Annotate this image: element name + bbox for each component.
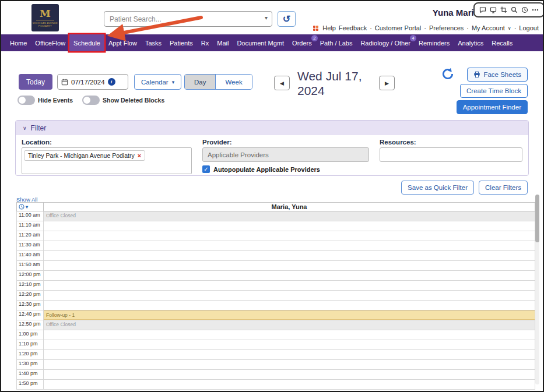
my-account-caret-icon[interactable]: ∨ — [508, 26, 511, 31]
info-icon[interactable]: i — [108, 78, 115, 86]
monitor-icon[interactable] — [490, 6, 497, 13]
filter-header[interactable]: ∨ Filter — [16, 121, 528, 135]
day-view-button[interactable]: Day — [185, 75, 216, 89]
show-deleted-blocks-toggle[interactable]: Show Deleted Blocks — [82, 96, 164, 105]
scrollbar[interactable] — [535, 195, 539, 384]
schedule-row: 11:00 amOffice Closed — [17, 211, 535, 221]
nav-item-analytics[interactable]: Analytics — [454, 34, 487, 51]
chat-icon[interactable] — [479, 6, 486, 13]
scrollbar-thumb[interactable] — [535, 195, 539, 242]
resources-label: Resources: — [380, 139, 522, 146]
nav-item-path-labs[interactable]: Path / Labs — [316, 34, 357, 51]
schedule-slot[interactable] — [44, 291, 535, 301]
schedule-row: 1:50 pm — [17, 380, 535, 390]
whats-new-icon[interactable] — [313, 26, 318, 31]
today-button[interactable]: Today — [19, 74, 52, 90]
schedule-slot[interactable] — [44, 241, 535, 251]
autopopulate-checkbox-row[interactable]: ✓ Autopopulate Applicable Providers — [202, 165, 369, 173]
schedule-slot[interactable] — [44, 261, 535, 271]
schedule-slot[interactable]: Follow-up - 1 — [44, 310, 535, 320]
more-icon[interactable] — [532, 6, 539, 13]
nav-item-orders[interactable]: Orders2 — [288, 34, 316, 51]
location-tag: Tinley Park - Michigan Avenue Podiatry × — [24, 150, 145, 161]
search-dropdown-caret-icon[interactable]: ▾ — [265, 15, 268, 21]
nav-item-document-mgmt[interactable]: Document Mgmt — [233, 34, 288, 51]
remove-tag-icon[interactable]: × — [138, 152, 141, 159]
schedule-slot[interactable]: Office Closed — [44, 320, 535, 330]
nav-item-tasks[interactable]: Tasks — [141, 34, 166, 51]
time-label: 1:20 pm — [17, 350, 44, 360]
nav-item-label: Reminders — [419, 40, 450, 47]
schedule-slot[interactable] — [44, 301, 535, 310]
nav-item-rx[interactable]: Rx — [197, 34, 213, 51]
calendar-dropdown-button[interactable]: Calendar ▾ — [134, 74, 181, 90]
schedule-slot[interactable] — [44, 330, 535, 340]
save-quick-filter-button[interactable]: Save as Quick Filter — [401, 181, 474, 195]
appointment-finder-button[interactable]: Appointment Finder — [457, 100, 528, 114]
patient-search-input[interactable] — [104, 11, 272, 27]
schedule-slot[interactable] — [44, 370, 535, 380]
preferences-link[interactable]: Preferences — [429, 24, 464, 31]
app-logo[interactable]: M MICHIGAN AVENUE PODIATRY — [31, 4, 59, 31]
schedule-slot[interactable] — [44, 271, 535, 281]
schedule-slot[interactable] — [44, 251, 535, 261]
next-day-button[interactable]: ▶ — [379, 76, 395, 90]
schedule-slot[interactable] — [44, 231, 535, 241]
nav-item-officeflow[interactable]: OfficeFlow — [31, 34, 69, 51]
schedule-slot[interactable] — [44, 350, 535, 360]
customer-portal-link[interactable]: Customer Portal — [375, 24, 421, 31]
hide-events-toggle[interactable]: Hide Events — [17, 96, 73, 105]
clear-filters-button[interactable]: Clear Filters — [479, 181, 528, 195]
schedule-row: 11:10 am — [17, 221, 535, 231]
checkbox-checked-icon[interactable]: ✓ — [202, 165, 210, 173]
refresh-button[interactable] — [440, 67, 455, 82]
nav-item-schedule[interactable]: Schedule — [69, 34, 104, 51]
filter-actions: Save as Quick Filter Clear Filters — [401, 181, 528, 195]
previous-day-button[interactable]: ◀ — [274, 76, 290, 90]
create-time-block-button[interactable]: Create Time Block — [460, 84, 528, 98]
schedule-slot[interactable] — [44, 340, 535, 350]
time-label: 12:40 pm — [17, 310, 44, 320]
schedule-slot[interactable]: Office Closed — [44, 211, 535, 221]
nav-item-label: Path / Labs — [320, 40, 353, 47]
schedule-slot[interactable] — [44, 221, 535, 231]
logo-caption-line2: PODIATRY — [33, 24, 58, 27]
time-label: 1:50 pm — [17, 380, 44, 390]
nav-item-recalls[interactable]: Recalls — [487, 34, 517, 51]
nav-item-mail[interactable]: Mail — [213, 34, 233, 51]
nav-item-home[interactable]: Home — [6, 34, 31, 51]
time-label: 12:10 pm — [17, 281, 44, 291]
provider-column-header[interactable]: Maria, Yuna — [44, 203, 535, 211]
my-account-link[interactable]: My Account — [472, 24, 505, 31]
toggle-switch[interactable] — [17, 96, 35, 105]
schedule-slot[interactable] — [44, 281, 535, 291]
clock-icon[interactable] — [521, 6, 528, 13]
schedule-slot[interactable] — [44, 360, 535, 370]
logout-link[interactable]: Logout — [519, 24, 539, 31]
nav-item-patients[interactable]: Patients — [166, 34, 197, 51]
time-column-header[interactable]: ▾ — [17, 203, 44, 211]
schedule-slot[interactable] — [44, 380, 535, 390]
appointment-block[interactable]: Follow-up - 1 — [44, 310, 535, 320]
schedule-row: 1:30 pm — [17, 360, 535, 370]
schedule-row: 11:20 am — [17, 231, 535, 241]
feedback-link[interactable]: Feedback — [339, 24, 367, 31]
schedule-row: 12:30 pm — [17, 301, 535, 310]
crop-icon[interactable] — [500, 6, 507, 13]
recent-patients-button[interactable]: ↺ — [278, 11, 296, 27]
nav-item-reminders[interactable]: Reminders — [415, 34, 454, 51]
date-picker[interactable]: 07/17/2024 i — [57, 74, 128, 90]
schedule-row: 12:00 pm — [17, 271, 535, 281]
printer-icon — [473, 71, 480, 78]
help-link[interactable]: Help — [322, 24, 336, 31]
user-name[interactable]: Yuna Maria — [433, 8, 479, 17]
nav-item-appt-flow[interactable]: Appt Flow — [104, 34, 141, 51]
nav-item-radiology-other[interactable]: Radiology / Other4 — [356, 34, 415, 51]
location-multiselect[interactable]: Tinley Park - Michigan Avenue Podiatry × — [22, 147, 192, 174]
zoom-icon[interactable] — [511, 6, 518, 13]
week-view-button[interactable]: Week — [216, 75, 251, 89]
resources-input[interactable] — [380, 147, 522, 162]
face-sheets-button[interactable]: Face Sheets — [467, 68, 528, 82]
schedule-row: 1:10 pm — [17, 340, 535, 350]
toggle-switch[interactable] — [82, 96, 100, 105]
